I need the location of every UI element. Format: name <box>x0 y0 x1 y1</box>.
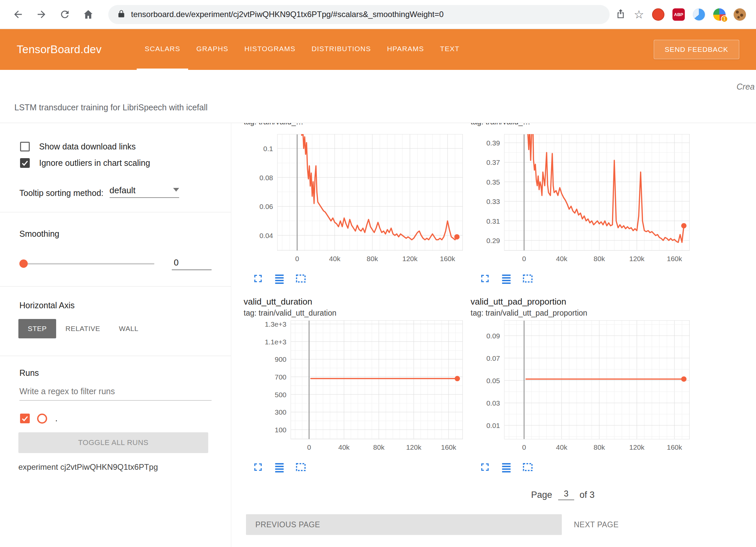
charts-grid: tag: train/valid_… 0.040.060.080.1040k80… <box>244 123 756 473</box>
axis-wall-button[interactable]: WALL <box>110 319 148 338</box>
show-download-links-checkbox[interactable] <box>20 142 30 151</box>
chart-plot[interactable]: 0.040.060.080.1040k80k120k160k <box>244 134 466 265</box>
svg-text:0.1: 0.1 <box>263 145 273 152</box>
abp-extension-icon[interactable]: ABP <box>672 8 685 21</box>
svg-text:0: 0 <box>295 255 299 262</box>
colorful-extension-icon[interactable]: 1 <box>713 8 726 21</box>
svg-text:300: 300 <box>275 408 286 416</box>
tab-scalars[interactable]: SCALARS <box>137 29 188 70</box>
forward-button[interactable] <box>33 6 49 22</box>
tab-text[interactable]: TEXT <box>432 29 468 70</box>
svg-text:0.35: 0.35 <box>486 178 500 186</box>
pagination: Page 3 of 3 <box>244 489 756 500</box>
lines-icon[interactable] <box>273 461 286 473</box>
url-text: tensorboard.dev/experiment/cj2vtPiwQHKN9… <box>131 10 444 19</box>
fit-domain-icon[interactable] <box>294 461 307 473</box>
svg-text:80k: 80k <box>594 443 605 451</box>
fullscreen-icon[interactable] <box>479 272 491 285</box>
svg-text:700: 700 <box>275 373 286 381</box>
svg-text:40k: 40k <box>556 443 568 451</box>
page-label: Page <box>531 490 552 500</box>
svg-text:40k: 40k <box>556 255 568 262</box>
chart-tag: tag: train/valid_utt_duration <box>244 307 466 318</box>
tooltip-sorting-value: default <box>110 185 136 196</box>
svg-text:160k: 160k <box>440 255 455 262</box>
svg-text:80k: 80k <box>594 255 605 262</box>
tab-histograms[interactable]: HISTOGRAMS <box>236 29 303 70</box>
page-number-input[interactable]: 3 <box>558 489 574 500</box>
brand-logo[interactable]: TensorBoard.dev <box>17 43 102 56</box>
fit-domain-icon[interactable] <box>521 461 534 473</box>
run-color-circle-icon[interactable] <box>37 414 47 424</box>
settings-sidebar: Show data download links Ignore outliers… <box>0 123 231 547</box>
svg-text:0.08: 0.08 <box>259 174 273 182</box>
lines-icon[interactable] <box>500 272 513 285</box>
svg-text:120k: 120k <box>629 255 645 262</box>
tab-hparams[interactable]: HPARAMS <box>379 29 432 70</box>
svg-text:0: 0 <box>307 443 311 451</box>
send-feedback-button[interactable]: SEND FEEDBACK <box>654 40 739 59</box>
chart-title: valid_utt_duration <box>244 295 466 307</box>
fit-domain-icon[interactable] <box>294 272 307 285</box>
fit-domain-icon[interactable] <box>521 272 534 285</box>
svg-text:100: 100 <box>275 426 286 434</box>
previous-page-button[interactable]: PREVIOUS PAGE <box>246 514 562 535</box>
chart-plot[interactable]: 0.010.030.050.070.09040k80k120k160k <box>471 320 693 454</box>
lines-icon[interactable] <box>500 461 513 473</box>
chart-plot[interactable]: 1003005007009001.1e+31.3e+3040k80k120k16… <box>244 320 466 454</box>
axis-step-button[interactable]: STEP <box>18 319 56 338</box>
smoothing-slider-thumb[interactable] <box>19 259 28 268</box>
svg-text:160k: 160k <box>667 255 682 262</box>
tooltip-sorting-select[interactable]: default <box>110 185 179 198</box>
home-button[interactable] <box>80 6 96 22</box>
chart-card: valid_utt_pad_proportion tag: train/vali… <box>471 295 693 473</box>
divider <box>0 286 231 287</box>
tab-graphs[interactable]: GRAPHS <box>188 29 236 70</box>
next-page-button[interactable]: NEXT PAGE <box>574 520 619 529</box>
tab-distributions[interactable]: DISTRIBUTIONS <box>303 29 379 70</box>
svg-text:900: 900 <box>275 355 286 363</box>
svg-text:0.09: 0.09 <box>486 332 500 340</box>
experiment-title: LSTM transducer training for LibriSpeech… <box>14 103 208 112</box>
horizontal-axis-label: Horizontal Axis <box>19 301 231 310</box>
back-button[interactable] <box>10 6 26 22</box>
chart-card: valid_utt_duration tag: train/valid_utt_… <box>244 295 466 473</box>
bookmark-star-icon[interactable]: ☆ <box>634 8 644 21</box>
toggle-all-runs-button[interactable]: TOGGLE ALL RUNS <box>18 432 208 453</box>
svg-text:0.05: 0.05 <box>486 377 500 385</box>
fullscreen-icon[interactable] <box>252 272 264 285</box>
chart-title: valid_utt_pad_proportion <box>471 295 693 307</box>
svg-text:1.3e+3: 1.3e+3 <box>265 320 286 328</box>
chart-tag: tag: train/valid_… <box>244 123 466 126</box>
smoothing-label: Smoothing <box>19 229 231 239</box>
divider <box>0 212 231 212</box>
smoothing-value-input[interactable]: 0 <box>172 257 212 270</box>
svg-text:0.06: 0.06 <box>259 203 273 210</box>
lock-icon[interactable] <box>117 9 126 19</box>
reload-button[interactable] <box>57 6 73 22</box>
svg-text:0.07: 0.07 <box>486 354 500 362</box>
show-download-links-label: Show data download links <box>39 142 136 151</box>
chart-card: tag: train/valid_… 0.040.060.080.1040k80… <box>244 123 466 285</box>
axis-relative-button[interactable]: RELATIVE <box>56 319 110 338</box>
fullscreen-icon[interactable] <box>252 461 264 473</box>
ignore-outliers-checkbox[interactable] <box>20 158 30 168</box>
run-checkbox[interactable] <box>20 414 30 423</box>
chart-plot[interactable]: 0.290.310.330.350.370.39040k80k120k160k <box>471 134 693 265</box>
share-icon[interactable] <box>615 8 626 20</box>
page-of-label: of 3 <box>580 490 595 500</box>
runs-regex-input[interactable]: Write a regex to filter runs <box>19 387 212 401</box>
smoothing-slider[interactable] <box>19 263 154 264</box>
created-text-fragment: Crea <box>737 82 755 92</box>
svg-text:0.33: 0.33 <box>486 198 500 205</box>
svg-text:0.03: 0.03 <box>486 399 500 407</box>
svg-text:1.1e+3: 1.1e+3 <box>265 338 286 346</box>
address-bar[interactable]: tensorboard.dev/experiment/cj2vtPiwQHKN9… <box>108 5 610 24</box>
svg-text:0.39: 0.39 <box>486 139 500 147</box>
fullscreen-icon[interactable] <box>479 461 491 473</box>
adblock-extension-icon[interactable] <box>652 8 664 21</box>
chart-tag: tag: train/valid_… <box>471 123 693 126</box>
lines-icon[interactable] <box>273 272 286 285</box>
blue-extension-icon[interactable] <box>693 8 705 21</box>
cookie-extension-icon[interactable] <box>734 8 746 21</box>
